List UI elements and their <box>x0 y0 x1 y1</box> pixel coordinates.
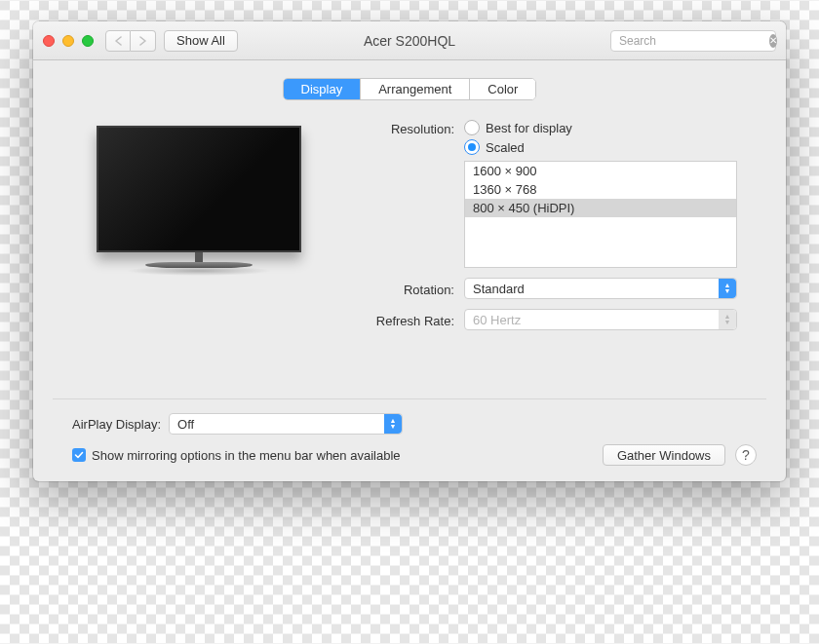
airplay-value: Off <box>177 417 194 432</box>
tabs: Display Arrangement Color <box>53 78 766 100</box>
resolution-list[interactable]: 1600 × 900 1360 × 768 800 × 450 (HiDPI) <box>464 161 737 268</box>
search-field-wrap: ✕ <box>610 30 776 52</box>
clear-search-icon[interactable]: ✕ <box>769 34 777 48</box>
refresh-rate-label: Refresh Rate: <box>355 312 464 328</box>
rotation-value: Standard <box>473 282 525 296</box>
content: Display Arrangement Color Resolution: <box>33 60 786 481</box>
tab-color[interactable]: Color <box>470 79 535 99</box>
monitor-screen-icon <box>97 126 301 252</box>
radio-scaled-label: Scaled <box>486 140 525 155</box>
radio-best-label: Best for display <box>486 121 572 135</box>
rotation-select[interactable]: Standard ▲▼ <box>464 278 737 299</box>
close-icon[interactable] <box>43 35 55 47</box>
minimize-icon[interactable] <box>62 35 74 47</box>
radio-scaled[interactable]: Scaled <box>464 139 747 155</box>
back-button[interactable] <box>105 30 131 52</box>
airplay-label: AirPlay Display: <box>72 417 161 432</box>
divider <box>53 398 766 399</box>
tab-arrangement[interactable]: Arrangement <box>361 79 470 99</box>
select-arrows-icon: ▲▼ <box>719 310 736 329</box>
zoom-icon[interactable] <box>82 35 94 47</box>
select-arrows-icon: ▲▼ <box>719 279 736 298</box>
check-icon <box>74 450 84 460</box>
select-arrows-icon: ▲▼ <box>384 414 402 434</box>
displays-prefs-window: Show All Acer S200HQL ✕ Display Arrangem… <box>33 21 786 481</box>
help-button[interactable]: ? <box>735 444 757 466</box>
radio-icon <box>464 120 480 135</box>
radio-best-for-display[interactable]: Best for display <box>464 120 747 135</box>
refresh-rate-value: 60 Hertz <box>473 313 521 327</box>
resolution-option[interactable]: 800 × 450 (HiDPI) <box>465 199 736 217</box>
nav-buttons <box>105 30 156 52</box>
resolution-label: Resolution: <box>355 120 464 136</box>
refresh-rate-select: 60 Hertz ▲▼ <box>464 309 737 330</box>
resolution-option[interactable]: 1600 × 900 <box>465 162 736 180</box>
mirroring-label: Show mirroring options in the menu bar w… <box>92 448 401 463</box>
mirroring-checkbox[interactable] <box>72 448 86 462</box>
rotation-label: Rotation: <box>355 281 464 297</box>
airplay-select[interactable]: Off ▲▼ <box>169 413 403 435</box>
gather-windows-button[interactable]: Gather Windows <box>603 444 725 466</box>
search-input[interactable] <box>619 34 765 48</box>
monitor-preview <box>72 120 326 340</box>
show-all-button[interactable]: Show All <box>164 30 238 52</box>
resolution-option[interactable]: 1360 × 768 <box>465 180 736 199</box>
forward-button[interactable] <box>131 30 156 52</box>
window-controls <box>43 35 94 47</box>
radio-checked-icon <box>464 139 480 155</box>
titlebar: Show All Acer S200HQL ✕ <box>33 21 786 60</box>
tab-display[interactable]: Display <box>284 79 362 99</box>
